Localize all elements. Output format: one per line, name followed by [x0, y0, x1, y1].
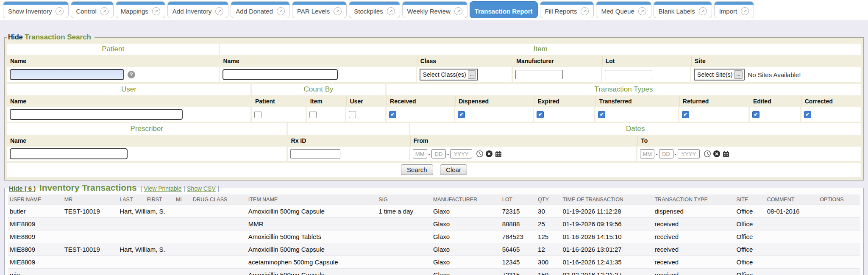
tab-fill-reports[interactable]: Fill Reports↗ [540, 2, 594, 18]
tab-transaction-report[interactable]: Transaction Report [470, 2, 537, 18]
cell-lot: 72315 [501, 269, 536, 275]
cell-comment [765, 269, 818, 275]
column-header-site[interactable]: SITE [734, 194, 765, 205]
view-printable-link[interactable]: View Printable [144, 185, 181, 192]
to-calendar-icon[interactable] [722, 150, 730, 158]
to-time-icon[interactable] [704, 150, 711, 158]
cell-patient-name: Hart, William, S. [118, 205, 191, 218]
to-month-input[interactable] [640, 149, 654, 158]
popout-icon[interactable]: ↗ [277, 7, 285, 15]
tab-add-inventory[interactable]: Add Inventory↗ [168, 2, 228, 18]
column-header-time-of-transaction[interactable]: TIME OF TRANSACTION [561, 194, 653, 205]
hide-search-link[interactable]: Hide [8, 33, 23, 41]
from-time-icon[interactable] [476, 150, 484, 158]
column-header-comment[interactable]: COMMENT [765, 194, 818, 205]
patient-name-input[interactable] [10, 69, 124, 80]
cell-qty: 150 [536, 269, 561, 275]
edited-checkbox[interactable]: ✔ [752, 111, 760, 118]
tab-top-bar [654, 2, 712, 5]
from-day-input[interactable] [431, 149, 446, 158]
count-by-item-checkbox[interactable] [309, 111, 317, 118]
column-header-lot[interactable]: LOT [501, 194, 536, 205]
select-sites-ellipsis-button[interactable]: ... [734, 70, 742, 79]
tab-par-levels[interactable]: PAR Levels↗ [292, 2, 346, 18]
cell-transaction-type: received [653, 218, 734, 231]
to-clear-icon[interactable] [713, 150, 721, 158]
search-button[interactable]: Search [401, 164, 433, 175]
column-header-user-name[interactable]: USER NAME [8, 194, 63, 205]
tab-control[interactable]: Control↗ [71, 2, 113, 18]
popout-icon[interactable]: ↗ [454, 7, 462, 15]
column-header-drug-class[interactable]: DRUG CLASS [191, 194, 247, 205]
item-name-input[interactable] [223, 69, 338, 80]
select-sites-button[interactable]: Select Site(s) ... [694, 69, 744, 81]
select-classes-button[interactable]: Select Class(es) ... [420, 69, 478, 81]
cell-transaction-type: received [653, 269, 734, 275]
popout-icon[interactable]: ↗ [387, 7, 395, 15]
popout-icon[interactable]: ↗ [581, 7, 589, 15]
from-clear-icon[interactable] [485, 150, 493, 158]
popout-icon[interactable]: ↗ [56, 7, 64, 15]
to-day-input[interactable] [659, 149, 673, 158]
popout-icon[interactable]: ↗ [215, 7, 223, 15]
date-from-group: - - [413, 149, 503, 158]
from-year-input[interactable] [450, 149, 472, 158]
tab-blank-labels[interactable]: Blank Labels↗ [654, 2, 712, 18]
cell-time-of-transaction: 01-19-2026 11:12:28 [561, 205, 653, 218]
popout-icon[interactable]: ↗ [100, 7, 108, 15]
column-header-mi[interactable]: MI [174, 194, 191, 205]
tab-med-queue[interactable]: Med Queue↗ [596, 2, 651, 18]
user-name-input[interactable] [10, 109, 183, 120]
received-checkbox[interactable]: ✔ [389, 111, 396, 118]
cell-time-of-transaction: 01-16-2026 14:15:10 [561, 231, 653, 243]
column-header-item-name[interactable]: ITEM NAME [247, 194, 377, 205]
date-to-label: To [637, 136, 861, 146]
manufacturer-input[interactable] [515, 70, 563, 79]
lot-input[interactable] [605, 70, 652, 79]
column-header-first[interactable]: FIRST [145, 194, 174, 205]
show-csv-link[interactable]: Show CSV [187, 185, 216, 192]
popout-icon[interactable]: ↗ [699, 7, 707, 15]
tab-top-bar [3, 2, 68, 5]
count-by-patient-checkbox[interactable] [254, 111, 262, 118]
corrected-label: Corrected [801, 96, 861, 106]
rx-id-input[interactable] [290, 149, 340, 158]
cell-options [818, 218, 860, 231]
tab-add-donated[interactable]: Add Donated↗ [231, 2, 289, 18]
returned-checkbox[interactable]: ✔ [682, 111, 689, 118]
column-header-qty[interactable]: QTY [536, 194, 561, 205]
expired-checkbox[interactable]: ✔ [537, 111, 544, 118]
prescriber-name-input[interactable] [10, 148, 128, 159]
from-month-input[interactable] [413, 149, 427, 158]
cell-drug-class [191, 243, 247, 256]
transferred-checkbox[interactable]: ✔ [598, 111, 605, 118]
cell-user-name: mie [8, 269, 63, 275]
corrected-checkbox[interactable]: ✔ [804, 111, 811, 118]
from-calendar-icon[interactable] [495, 150, 502, 158]
tab-weekly-review[interactable]: Weekly Review↗ [403, 2, 467, 18]
column-header-last[interactable]: LAST [118, 194, 145, 205]
tab-label: Fill Reports [545, 8, 577, 15]
dispensed-checkbox[interactable]: ✔ [458, 111, 465, 118]
tab-import[interactable]: Import↗ [715, 2, 754, 18]
tab-mappings[interactable]: Mappings↗ [116, 2, 165, 18]
popout-icon[interactable]: ↗ [741, 7, 749, 15]
column-header-sig[interactable]: SIG [377, 194, 431, 205]
clear-button[interactable]: Clear [440, 164, 467, 175]
to-year-input[interactable] [678, 149, 700, 158]
help-icon[interactable]: ? [128, 71, 135, 78]
select-classes-ellipsis-button[interactable]: ... [468, 70, 476, 79]
cell-time-of-transaction: 02-02-2016 12:21:27 [561, 269, 653, 275]
expired-label: Expired [534, 96, 594, 106]
popout-icon[interactable]: ↗ [334, 7, 342, 15]
tab-show-inventory[interactable]: Show Inventory↗ [3, 2, 68, 18]
count-by-user-checkbox[interactable] [349, 111, 356, 118]
popout-icon[interactable]: ↗ [638, 7, 646, 15]
popout-icon[interactable]: ↗ [152, 7, 160, 15]
hide-transactions-link[interactable]: Hide ( 6 ) [9, 185, 36, 192]
column-header-manufacturer[interactable]: MANUFACTURER [431, 194, 501, 205]
tab-stockpiles[interactable]: Stockpiles↗ [349, 2, 399, 18]
cell-manufacturer: Glaxo [431, 243, 501, 256]
column-header-transaction-type[interactable]: TRANSACTION TYPE [653, 194, 734, 205]
cell-drug-class [191, 269, 247, 275]
